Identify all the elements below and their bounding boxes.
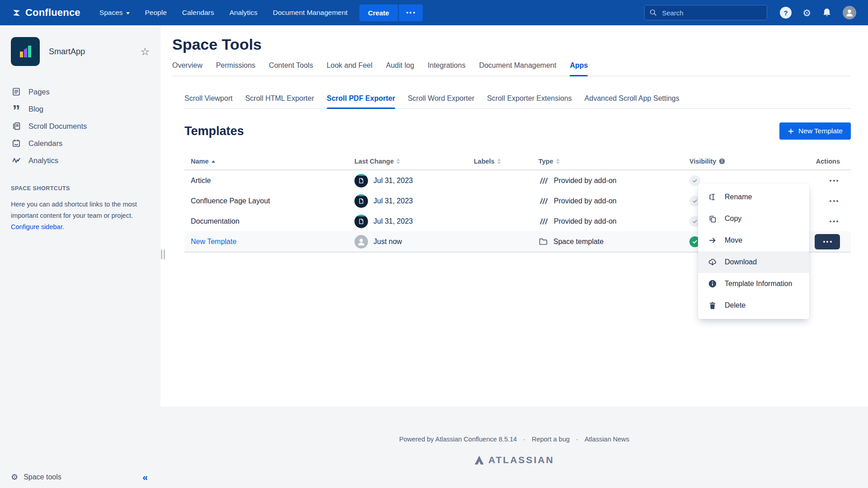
tab-look-and-feel[interactable]: Look and Feel bbox=[326, 61, 372, 75]
space-header: SmartApp ☆ bbox=[11, 37, 150, 66]
addon-icon bbox=[538, 176, 548, 185]
sidebar-item-pages[interactable]: Pages bbox=[11, 83, 150, 100]
column-header-name[interactable]: Name bbox=[184, 158, 348, 165]
sort-asc-icon bbox=[212, 160, 215, 163]
tab-document-management[interactable]: Document Management bbox=[479, 61, 557, 75]
space-shortcuts-header: SPACE SHORTCUTS bbox=[11, 185, 150, 192]
info-icon[interactable] bbox=[719, 158, 725, 164]
menu-item-move[interactable]: Move bbox=[698, 230, 809, 251]
gear-icon: ⚙ bbox=[11, 473, 18, 481]
folder-icon bbox=[538, 237, 548, 246]
plus-icon bbox=[788, 128, 794, 135]
column-header-visibility: Visibility bbox=[686, 158, 802, 165]
search-input[interactable] bbox=[661, 9, 762, 17]
topnav-item-people[interactable]: People bbox=[145, 9, 167, 17]
create-button-group: Create bbox=[359, 5, 423, 21]
search-icon bbox=[649, 9, 657, 17]
subtab-scroll-pdf-exporter[interactable]: Scroll PDF Exporter bbox=[327, 94, 395, 108]
subtab-scroll-word-exporter[interactable]: Scroll Word Exporter bbox=[408, 94, 474, 108]
addon-icon bbox=[538, 197, 548, 206]
space-logo[interactable] bbox=[11, 37, 40, 66]
tab-overview[interactable]: Overview bbox=[172, 61, 203, 75]
report-a-bug-link[interactable]: Report a bug bbox=[532, 436, 570, 443]
create-button[interactable]: Create bbox=[359, 5, 398, 21]
configure-sidebar-link[interactable]: Configure sidebar bbox=[11, 223, 62, 230]
menu-item-copy[interactable]: Copy bbox=[698, 208, 809, 230]
sidebar-item-analytics[interactable]: Analytics bbox=[11, 152, 150, 169]
info-icon bbox=[708, 279, 717, 288]
topnav-item-spaces[interactable]: Spaces bbox=[99, 9, 130, 17]
sidebar-item-scroll-documents[interactable]: Scroll Documents bbox=[11, 117, 150, 135]
create-more-button[interactable] bbox=[399, 5, 423, 21]
row-actions-button-active[interactable] bbox=[815, 234, 840, 249]
topnav-icons: ? ⚙ bbox=[780, 6, 856, 19]
help-button[interactable]: ? bbox=[780, 7, 792, 19]
subtab-scroll-viewport[interactable]: Scroll Viewport bbox=[184, 94, 232, 108]
row-actions-button[interactable] bbox=[828, 218, 840, 225]
row-actions-button[interactable] bbox=[828, 197, 840, 205]
column-header-last-change[interactable]: Last Change bbox=[348, 158, 467, 165]
tab-integrations[interactable]: Integrations bbox=[428, 61, 466, 75]
atlassian-news-link[interactable]: Atlassian News bbox=[585, 436, 629, 443]
column-header-labels[interactable]: Labels bbox=[467, 158, 525, 165]
calendar-icon bbox=[12, 139, 21, 148]
cloud-download-icon bbox=[708, 258, 717, 267]
tab-audit-log[interactable]: Audit log bbox=[386, 61, 414, 75]
scroll-apps-subtabs: Scroll Viewport Scroll HTML Exporter Scr… bbox=[184, 94, 851, 109]
table-header-row: Name Last Change Labels Type bbox=[184, 153, 851, 170]
sort-icon bbox=[497, 159, 501, 164]
subtab-scroll-exporter-extensions[interactable]: Scroll Exporter Extensions bbox=[487, 94, 572, 108]
sidebar-bottom-bar: ⚙ Space tools « bbox=[11, 472, 148, 483]
template-name-link[interactable]: New Template bbox=[191, 238, 236, 245]
row-actions-button[interactable] bbox=[828, 177, 840, 184]
menu-item-template-information[interactable]: Template Information bbox=[698, 273, 809, 295]
menu-item-rename[interactable]: Rename bbox=[698, 186, 809, 208]
page-title: Space Tools bbox=[172, 34, 851, 54]
user-avatar-button[interactable] bbox=[843, 6, 856, 19]
menu-item-download[interactable]: Download bbox=[698, 251, 809, 273]
type-label: Space template bbox=[553, 238, 604, 246]
space-tools-link[interactable]: Space tools bbox=[24, 473, 61, 481]
tab-apps[interactable]: Apps bbox=[570, 61, 588, 75]
collapse-sidebar-button[interactable]: « bbox=[142, 472, 148, 483]
sidebar-resize-handle[interactable] bbox=[161, 249, 165, 259]
chevron-down-icon bbox=[126, 12, 130, 14]
question-mark-icon: ? bbox=[780, 7, 792, 19]
space-name[interactable]: SmartApp bbox=[49, 47, 85, 56]
column-header-type[interactable]: Type bbox=[525, 158, 686, 165]
trash-icon bbox=[708, 301, 717, 310]
search-box[interactable] bbox=[644, 5, 767, 20]
space-sidebar: SmartApp ☆ Pages ” Blog bbox=[0, 25, 160, 488]
pdf-app-avatar-icon bbox=[354, 194, 368, 208]
confluence-brand[interactable]: Confluence bbox=[12, 7, 80, 19]
atlassian-logo: ATLASSIAN bbox=[474, 455, 554, 465]
sort-icon bbox=[556, 159, 560, 164]
star-icon[interactable]: ☆ bbox=[140, 47, 150, 57]
topnav-item-analytics[interactable]: Analytics bbox=[229, 9, 257, 17]
sidebar-item-blog[interactable]: ” Blog bbox=[11, 100, 150, 117]
type-label: Provided by add-on bbox=[554, 177, 617, 185]
tab-permissions[interactable]: Permissions bbox=[216, 61, 255, 75]
notifications-button[interactable] bbox=[822, 8, 832, 18]
type-label: Provided by add-on bbox=[554, 197, 617, 205]
brand-name: Confluence bbox=[25, 7, 80, 19]
subtab-advanced-scroll-app-settings[interactable]: Advanced Scroll App Settings bbox=[585, 94, 679, 108]
user-avatar-icon bbox=[354, 235, 368, 249]
sidebar-item-calendars[interactable]: Calendars bbox=[11, 135, 150, 152]
settings-button[interactable]: ⚙ bbox=[802, 8, 811, 18]
tab-content-tools[interactable]: Content Tools bbox=[269, 61, 313, 75]
page-footer: Powered by Atlassian Confluence 8.5.14 ·… bbox=[160, 407, 868, 488]
template-actions-menu: Rename Copy Move Download bbox=[698, 183, 809, 319]
menu-item-delete[interactable]: Delete bbox=[698, 295, 809, 316]
topnav-item-document-management[interactable]: Document Management bbox=[273, 9, 347, 17]
last-change-date: Just now bbox=[373, 238, 402, 246]
addon-icon bbox=[538, 217, 548, 226]
new-template-button[interactable]: New Template bbox=[779, 122, 851, 140]
topnav-item-calendars[interactable]: Calendars bbox=[182, 9, 214, 17]
subtab-scroll-html-exporter[interactable]: Scroll HTML Exporter bbox=[245, 94, 314, 108]
last-change-date: Jul 31, 2023 bbox=[373, 177, 413, 185]
documents-icon bbox=[12, 122, 21, 131]
gear-icon: ⚙ bbox=[802, 8, 811, 18]
top-navigation: Confluence Spaces People Calendars Analy… bbox=[0, 0, 868, 25]
arrow-right-icon bbox=[708, 236, 717, 245]
